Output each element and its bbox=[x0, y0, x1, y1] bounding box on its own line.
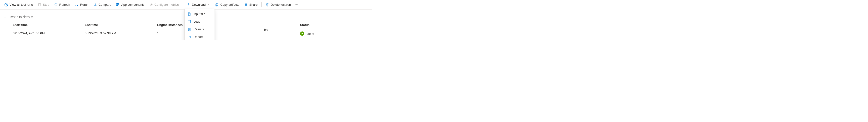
detail-label: End time bbox=[85, 23, 157, 27]
grid-icon bbox=[116, 3, 120, 7]
svg-point-14 bbox=[295, 4, 296, 5]
menu-item-input-file[interactable]: Input file bbox=[185, 10, 215, 18]
toolbar: View all test runs Stop Refresh Rerun bbox=[0, 0, 372, 9]
menu-label: Input file bbox=[194, 12, 205, 16]
detail-status: Status Done bbox=[300, 23, 348, 36]
copy-artifacts-label: Copy artifacts bbox=[220, 3, 239, 6]
svg-rect-2 bbox=[117, 3, 118, 4]
results-icon bbox=[187, 27, 191, 31]
report-icon bbox=[187, 35, 191, 39]
stop-button: Stop bbox=[35, 1, 52, 8]
menu-item-logs[interactable]: Logs bbox=[185, 18, 215, 26]
app-components-button[interactable]: App components bbox=[114, 1, 147, 8]
download-menu: Input file Logs bbox=[184, 9, 215, 40]
download-button[interactable]: Download bbox=[184, 1, 213, 8]
refresh-button[interactable]: Refresh bbox=[52, 1, 73, 8]
svg-point-6 bbox=[151, 4, 152, 5]
share-button[interactable]: Share bbox=[242, 1, 260, 8]
trash-icon bbox=[266, 3, 269, 7]
copy-icon bbox=[215, 3, 219, 7]
download-icon bbox=[187, 3, 190, 7]
detail-label: Status bbox=[300, 23, 348, 27]
svg-rect-7 bbox=[188, 20, 190, 23]
compare-button[interactable]: Compare bbox=[91, 1, 114, 8]
svg-rect-3 bbox=[118, 3, 119, 4]
menu-label: Logs bbox=[194, 20, 200, 23]
detail-end-time: End time 5/13/2024, 9:02:38 PM bbox=[85, 23, 157, 36]
svg-point-15 bbox=[296, 4, 297, 5]
svg-rect-4 bbox=[117, 5, 118, 6]
svg-rect-1 bbox=[38, 4, 41, 6]
svg-point-0 bbox=[5, 3, 8, 6]
svg-point-16 bbox=[298, 4, 298, 5]
share-icon bbox=[244, 3, 248, 7]
logs-icon bbox=[187, 20, 191, 24]
arrow-circle-icon bbox=[4, 3, 8, 7]
delete-label: Delete test run bbox=[271, 3, 291, 6]
menu-item-report[interactable]: Report bbox=[185, 33, 215, 40]
more-button[interactable] bbox=[293, 1, 300, 8]
status-cell: Done bbox=[300, 31, 348, 36]
copy-artifacts-button[interactable]: Copy artifacts bbox=[213, 1, 242, 8]
toolbar-separator bbox=[183, 2, 183, 7]
delete-test-run-button[interactable]: Delete test run bbox=[263, 1, 293, 8]
view-all-test-runs-button[interactable]: View all test runs bbox=[2, 1, 35, 8]
chevron-up-icon bbox=[3, 15, 7, 19]
rerun-button[interactable]: Rerun bbox=[72, 1, 91, 8]
configure-metrics-label: Configure metrics bbox=[155, 3, 179, 6]
compare-icon bbox=[93, 3, 97, 7]
svg-rect-10 bbox=[216, 3, 218, 5]
svg-point-13 bbox=[246, 5, 246, 6]
download-label: Download bbox=[192, 3, 206, 6]
stop-icon bbox=[38, 3, 41, 7]
rerun-label: Rerun bbox=[80, 3, 88, 6]
svg-rect-5 bbox=[118, 5, 119, 6]
compare-label: Compare bbox=[99, 3, 111, 6]
share-label: Share bbox=[249, 3, 258, 6]
detail-obscured-column: ble bbox=[228, 23, 300, 36]
detail-value: 5/13/2024, 9:01:30 PM bbox=[13, 31, 85, 35]
menu-label: Report bbox=[194, 35, 203, 39]
section-title: Test run details bbox=[9, 15, 33, 19]
refresh-label: Refresh bbox=[59, 3, 70, 6]
menu-item-results[interactable]: Results bbox=[185, 26, 215, 33]
detail-value: ble bbox=[228, 28, 300, 31]
status-done-icon bbox=[300, 31, 304, 36]
menu-label: Results bbox=[194, 27, 204, 31]
refresh-icon bbox=[54, 3, 58, 7]
rerun-icon bbox=[75, 3, 79, 7]
chevron-down-icon bbox=[208, 3, 210, 6]
view-all-label: View all test runs bbox=[9, 3, 33, 6]
detail-label: Start time bbox=[13, 23, 85, 27]
gear-icon bbox=[149, 3, 153, 7]
more-icon bbox=[294, 3, 299, 7]
file-icon bbox=[187, 12, 191, 16]
status-text: Done bbox=[307, 32, 314, 35]
detail-start-time: Start time 5/13/2024, 9:01:30 PM bbox=[13, 23, 85, 36]
detail-value: 5/13/2024, 9:02:38 PM bbox=[85, 31, 157, 35]
app-components-label: App components bbox=[121, 3, 145, 6]
toolbar-separator bbox=[261, 2, 262, 7]
configure-metrics-button: Configure metrics bbox=[147, 1, 181, 8]
stop-label: Stop bbox=[43, 3, 49, 6]
